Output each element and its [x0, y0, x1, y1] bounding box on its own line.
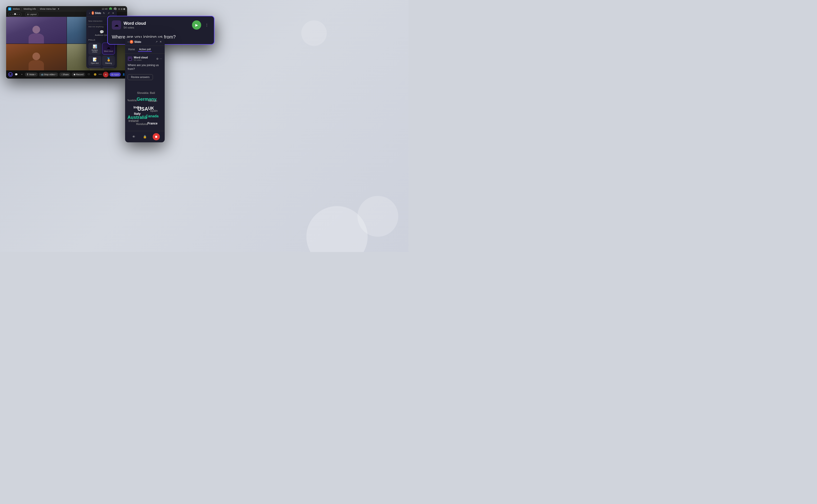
- more-options-button[interactable]: •••: [98, 73, 102, 76]
- poll-settings-icon[interactable]: ⚙: [156, 57, 158, 60]
- zoom-in-icon[interactable]: +: [19, 13, 20, 16]
- eye-icon[interactable]: 👁: [130, 133, 137, 140]
- record-button[interactable]: ⏺ Record: [71, 72, 85, 77]
- word-tag-honduras: Honduras: [136, 123, 148, 125]
- slido-sidebar-back-icon[interactable]: ‹: [128, 40, 129, 44]
- apps-label: Apps: [114, 73, 119, 76]
- caption-btn[interactable]: 💬: [14, 72, 19, 77]
- emoji-icon[interactable]: 😊: [92, 72, 97, 77]
- share-label: Share: [63, 73, 69, 76]
- stop-poll-icon[interactable]: ⏹: [153, 133, 160, 140]
- slido-sidebar-logo: S: [130, 40, 133, 44]
- review-answers-button[interactable]: Review answers: [128, 74, 153, 80]
- poll-question: Where are you joining us from?: [128, 63, 162, 71]
- word-cloud-popup-icon: ☁: [112, 20, 121, 30]
- poll-info: Word cloud 54 votes: [134, 56, 155, 61]
- shield-icon[interactable]: 🛡: [86, 72, 91, 77]
- poll-header: ☁ Word cloud 54 votes ⚙ ⋯: [128, 56, 162, 61]
- microphone-icon: 🎙: [27, 73, 29, 76]
- maximize-btn[interactable]: [121, 8, 122, 10]
- slido-sidebar-external-icon[interactable]: ↗: [155, 40, 158, 44]
- stop-video-label: Stop video: [44, 73, 55, 76]
- slido-sidebar-title: Slido: [134, 40, 141, 43]
- new-interaction-label: New interaction: [88, 20, 102, 22]
- ranking-label: Ranking: [105, 62, 112, 64]
- wcp-play-button[interactable]: ▶: [192, 20, 201, 30]
- share-icon: ↑: [61, 73, 62, 76]
- webex-logo-icon: W: [8, 7, 11, 10]
- poll-actions: ⚙ ⋯: [156, 57, 162, 60]
- ranking-icon: 🏅: [106, 57, 111, 61]
- show-menu-btn[interactable]: Show menu bar: [40, 8, 56, 10]
- share-button[interactable]: ↑ Share: [59, 72, 71, 77]
- status-indicator: [8, 72, 13, 77]
- refresh-icon[interactable]: ↻: [102, 11, 106, 15]
- slido-sidebar-actions: ↗ ✕: [155, 40, 162, 44]
- slido-sidebar-close-icon[interactable]: ✕: [159, 40, 162, 44]
- slido-panel-actions: ↻ ↗ ✕: [102, 11, 115, 15]
- record-icon: ⏺: [73, 73, 76, 76]
- zoom-controls[interactable]: − +: [8, 12, 22, 16]
- nav-home[interactable]: Home: [127, 47, 136, 52]
- video-cell-topleft: [6, 17, 67, 44]
- slido-panel-header: ‹ S Slido ↻ ↗ ✕: [86, 10, 117, 17]
- external-link-icon[interactable]: ↗: [107, 11, 110, 15]
- poll-more-icon[interactable]: ⋯: [159, 57, 162, 60]
- word-tag-ireland: Ireland: [128, 119, 138, 123]
- layout-grid-icon: ⊞: [27, 13, 29, 16]
- video-cell-bottomleft: [6, 44, 67, 71]
- multiple-choice-icon: 📊: [93, 44, 97, 48]
- multiple-choice-label: Multiple choice: [90, 49, 100, 53]
- mute-label: Mute: [29, 73, 34, 76]
- layout-button[interactable]: ⊞ Layout: [25, 12, 38, 16]
- word-tag-austria: Austria: [128, 99, 136, 102]
- audience-qa-label: Audience Q&A: [95, 34, 108, 36]
- slido-sidebar-content: ☁ Word cloud 54 votes ⚙ ⋯ Where are you …: [125, 54, 165, 131]
- video-icon: 📹: [41, 73, 43, 76]
- back-button[interactable]: ‹: [88, 11, 91, 15]
- word-tag-taiwan: Taiwan: [148, 99, 157, 102]
- word-cloud-icon: ☁: [107, 45, 110, 49]
- slido-sidebar-bottom-bar: 👁 🔒 ⏹: [125, 131, 165, 142]
- wcp-title-group: Word cloud 54 votes: [123, 21, 189, 29]
- slido-panel-title: Slido: [95, 12, 101, 15]
- record-label: Record: [76, 73, 83, 76]
- apps-grid-icon: ⊞: [111, 73, 113, 76]
- mute-button[interactable]: 🎙 Mute ▾: [25, 72, 38, 77]
- caption-chevron[interactable]: ▾: [19, 72, 24, 77]
- poll-title: Word cloud: [134, 56, 155, 59]
- word-tag-india: India: [133, 105, 141, 109]
- slido-sidebar-header: ‹ S Slido ↗ ✕: [125, 38, 165, 46]
- stop-video-button[interactable]: 📹 Stop video ▾: [39, 72, 58, 77]
- open-text-item[interactable]: 📝 Open text: [88, 56, 101, 66]
- zoom-out-icon[interactable]: −: [10, 13, 11, 16]
- end-call-button[interactable]: ✕: [103, 72, 108, 77]
- lock-icon[interactable]: 🔒: [141, 133, 148, 140]
- quiz-item[interactable]: 🏆 Quiz: [102, 67, 115, 68]
- meeting-info-btn[interactable]: Meeting info: [23, 8, 36, 10]
- open-text-label: Open text: [91, 62, 98, 64]
- minimize-btn[interactable]: [118, 8, 120, 10]
- slido-logo-icon: S: [92, 11, 94, 15]
- chevron-down-icon: ▾: [58, 8, 59, 10]
- open-text-icon: 📝: [93, 57, 97, 61]
- layout-label: Layout: [30, 13, 36, 16]
- slido-sidebar-nav: Home Active poll: [125, 46, 165, 54]
- mute-chevron-icon: ▾: [35, 73, 36, 75]
- nav-active-poll[interactable]: Active poll: [138, 47, 152, 52]
- close-btn[interactable]: [123, 8, 125, 10]
- poll-votes: 54 votes: [134, 59, 155, 61]
- rating-item[interactable]: ⭐ Rating: [88, 67, 101, 68]
- multiple-choice-item[interactable]: 📊 Multiple choice: [88, 43, 101, 55]
- word-cloud-label: Word cloud: [104, 50, 113, 52]
- stop-video-chevron-icon: ▾: [55, 73, 56, 75]
- ranking-item[interactable]: 🏅 Ranking: [102, 56, 115, 66]
- close-panel-icon[interactable]: ✕: [111, 11, 115, 15]
- audience-qa-icon: 💬: [99, 30, 104, 34]
- poll-type-icon: ☁: [128, 56, 132, 61]
- webex-app-name: Webex: [13, 8, 20, 10]
- wcp-more-icon[interactable]: ⋮: [204, 22, 210, 28]
- apps-button[interactable]: ⊞ Apps: [109, 72, 121, 77]
- wcp-header: ☁ Word cloud 54 votes ▶ ⋮: [112, 20, 210, 30]
- word-tag-italy: Italy: [134, 112, 141, 116]
